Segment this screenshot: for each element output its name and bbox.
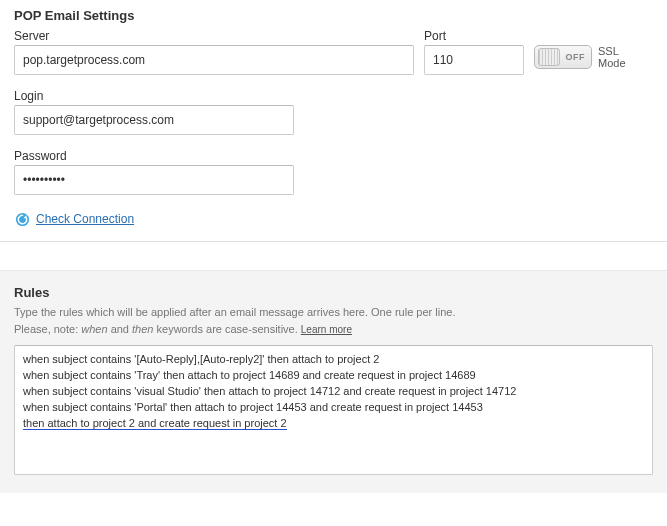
rule-line: when subject contains 'visual Studio' th… [23, 384, 644, 400]
refresh-icon [14, 211, 30, 227]
rule-line: when subject contains 'Portal' then atta… [23, 400, 644, 416]
page-title: POP Email Settings [14, 8, 653, 23]
port-input[interactable] [424, 45, 524, 75]
ssl-toggle[interactable]: OFF [534, 45, 592, 69]
login-input[interactable] [14, 105, 294, 135]
password-input[interactable] [14, 165, 294, 195]
login-label: Login [14, 89, 653, 103]
ssl-toggle-state: OFF [566, 52, 586, 62]
rule-line: then attach to project 2 and create requ… [23, 416, 644, 432]
rules-description: Type the rules which will be applied aft… [14, 304, 653, 337]
password-label: Password [14, 149, 653, 163]
check-connection-link[interactable]: Check Connection [36, 212, 134, 226]
rules-heading: Rules [14, 285, 653, 300]
server-input[interactable] [14, 45, 414, 75]
server-label: Server [14, 29, 414, 43]
rule-line: when subject contains '[Auto-Reply],[Aut… [23, 352, 644, 368]
rule-line: when subject contains 'Tray' then attach… [23, 368, 644, 384]
learn-more-link[interactable]: Learn more [301, 324, 352, 335]
ssl-label: SSLMode [598, 45, 626, 69]
port-label: Port [424, 29, 524, 43]
rules-textarea[interactable]: when subject contains '[Auto-Reply],[Aut… [14, 345, 653, 475]
